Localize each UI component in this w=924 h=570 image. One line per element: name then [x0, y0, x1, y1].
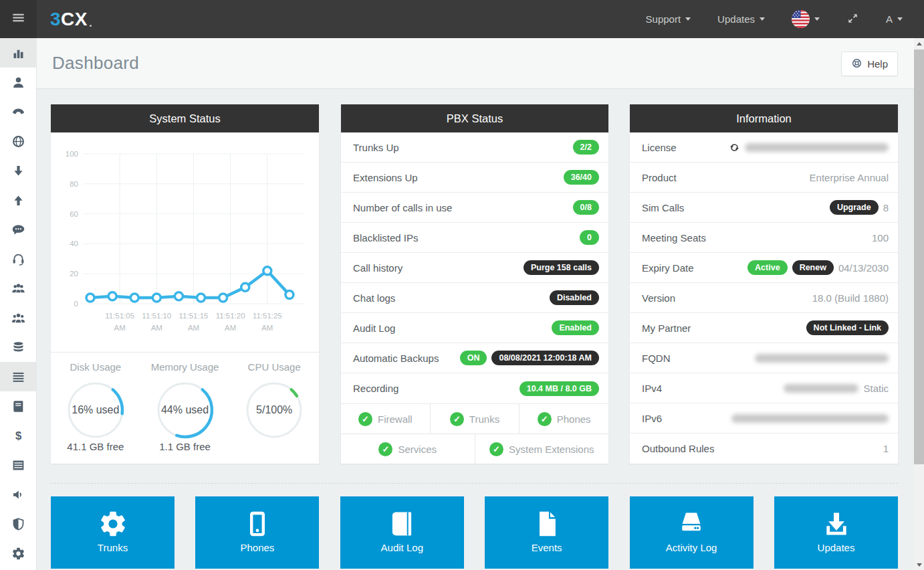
status-badge[interactable]: Disabled — [550, 290, 599, 305]
updates-menu[interactable]: Updates — [717, 13, 765, 25]
status-badge[interactable]: 08/08/2021 12:00:18 AM — [491, 351, 599, 365]
support-menu[interactable]: Support — [646, 13, 691, 25]
row-value-group: 0 — [580, 230, 599, 245]
check-item-system-extensions[interactable]: ✓System Extensions — [475, 434, 609, 464]
donut-ring: 44% used — [153, 378, 217, 442]
gauge-value: 16% used — [64, 404, 128, 416]
tile-audit-log[interactable]: Audit Log — [340, 496, 464, 569]
status-badge[interactable]: Not Linked - Link — [806, 320, 889, 335]
scroll-down-button[interactable] — [914, 559, 924, 570]
gauge-value: 5/100% — [242, 404, 306, 416]
sidebar-item-contacts[interactable] — [0, 303, 37, 332]
page-title: Dashboard — [52, 53, 139, 74]
language-menu[interactable] — [792, 10, 820, 28]
fullscreen-button[interactable] — [846, 12, 859, 27]
row-label: Product — [642, 172, 677, 183]
svg-text:60: 60 — [70, 210, 78, 218]
sidebar-item-security[interactable] — [0, 509, 37, 539]
user-menu[interactable]: A — [886, 13, 903, 25]
gauge-value: 44% used — [153, 404, 217, 416]
row-label: Expiry Date — [642, 262, 694, 274]
sidebar-item-ring-groups[interactable] — [0, 274, 37, 303]
sidebar-item-inbound-rules[interactable] — [0, 156, 37, 185]
scrollbar-thumb[interactable] — [914, 50, 924, 464]
gauge-memory-usage: Memory Usage44% used1.1 GB free — [140, 353, 230, 464]
scroll-up-button[interactable] — [914, 38, 924, 49]
sidebar-item-call-queues[interactable] — [0, 244, 37, 274]
row-value-group: 100 — [872, 232, 889, 244]
pbx-row: Extensions Up36/40 — [341, 163, 608, 193]
sidebar-item-phones[interactable] — [0, 97, 37, 126]
check-row: ✓Firewall✓Trunks✓Phones — [341, 403, 608, 434]
help-button[interactable]: Help — [841, 52, 898, 76]
row-value-group: Static — [784, 383, 889, 394]
sidebar-item-extensions[interactable] — [0, 68, 37, 97]
us-flag-icon — [792, 10, 810, 28]
check-item-trunks[interactable]: ✓Trunks — [430, 404, 519, 434]
status-badge[interactable]: Purge 158 calls — [524, 260, 599, 275]
tile-label: Updates — [818, 542, 855, 553]
hamburger-menu-button[interactable] — [0, 0, 37, 38]
check-item-phones[interactable]: ✓Phones — [519, 404, 608, 434]
sidebar-item-dashboard[interactable] — [0, 38, 37, 68]
check-item-services[interactable]: ✓Services — [341, 434, 475, 464]
tile-phones[interactable]: Phones — [195, 496, 319, 569]
sidebar-item-settings[interactable] — [0, 539, 37, 568]
panel-title-system-status: System Status — [51, 104, 319, 132]
row-value-group — [755, 354, 889, 363]
row-value: 1 — [883, 443, 889, 454]
svg-text:$: $ — [15, 430, 21, 442]
tile-updates[interactable]: Updates — [774, 496, 898, 569]
status-badge[interactable]: Renew — [792, 260, 834, 275]
svg-text:AM: AM — [225, 324, 236, 332]
refresh-icon[interactable] — [729, 142, 740, 153]
gauge-subtext: 1.1 GB free — [159, 441, 211, 452]
tile-label: Phones — [240, 542, 274, 553]
status-badge: 0/8 — [573, 200, 599, 215]
sidebar-item-billing[interactable]: $ — [0, 421, 37, 450]
vertical-scrollbar — [914, 38, 924, 570]
list-icon — [11, 370, 25, 384]
panel-title-information: Information — [630, 104, 898, 132]
tile-activity-log[interactable]: Activity Log — [630, 496, 754, 569]
check-row: ✓Services✓System Extensions — [341, 434, 608, 464]
information-panel: Information LicenseProductEnterprise Ann… — [630, 104, 898, 464]
status-badge[interactable]: Upgrade — [830, 200, 879, 215]
row-label: Audit Log — [353, 322, 395, 334]
info-row: Expiry DateActiveRenew04/13/2030 — [630, 253, 898, 283]
pbx-status-panel: PBX Status Trunks Up2/2Extensions Up36/4… — [341, 104, 608, 464]
row-value-group: 10.4 MB / 8.0 GB — [519, 381, 599, 396]
usage-gauges: Disk Usage16% used41.1 GB freeMemory Usa… — [51, 353, 319, 464]
row-value-group: Enterprise Annual — [810, 172, 889, 183]
navbar-right: Support Updates A — [646, 10, 924, 28]
tile-events[interactable]: Events — [485, 496, 608, 569]
svg-text:11:51:20: 11:51:20 — [216, 312, 245, 320]
pbx-row: Chat logsDisabled — [341, 283, 608, 313]
gauge-label: Disk Usage — [70, 361, 121, 373]
info-row: ProductEnterprise Annual — [630, 163, 898, 193]
sidebar-item-outbound-rules[interactable] — [0, 185, 37, 215]
status-badge: 36/40 — [564, 170, 599, 185]
sidebar-item-messaging[interactable] — [0, 215, 37, 244]
sidebar-item-reports[interactable] — [0, 450, 37, 480]
check-item-firewall[interactable]: ✓Firewall — [341, 404, 430, 434]
sidebar-item-backups[interactable] — [0, 332, 37, 362]
database-icon — [11, 341, 25, 355]
sidebar-item-web-client[interactable] — [0, 126, 37, 156]
pbx-row: Audit LogEnabled — [341, 313, 608, 343]
sidebar-item-event-log[interactable] — [0, 362, 37, 391]
check-label: System Extensions — [509, 444, 594, 455]
info-row: Outbound Rules1 — [630, 434, 898, 464]
file-icon — [532, 508, 562, 540]
tile-trunks[interactable]: Trunks — [51, 496, 175, 569]
dashboard-content: System Status 02040608010011:51:05AM11:5… — [37, 89, 914, 570]
info-row: Sim CallsUpgrade8 — [630, 193, 898, 223]
svg-text:11:51:15: 11:51:15 — [179, 312, 209, 320]
sidebar-item-call-history[interactable] — [0, 391, 37, 421]
sidebar-item-announcements[interactable] — [0, 480, 37, 509]
svg-text:AM: AM — [151, 324, 162, 332]
status-badge: Active — [747, 260, 788, 275]
pbx-row: Trunks Up2/2 — [341, 132, 608, 163]
gear-icon — [11, 547, 25, 561]
chevron-down-icon — [760, 17, 765, 21]
